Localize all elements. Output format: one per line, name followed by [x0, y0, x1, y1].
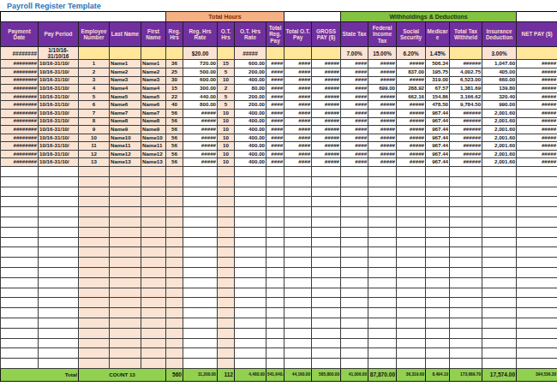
- total-value-cell[interactable]: 8,494.10: [426, 369, 450, 382]
- data-cell[interactable]: #####: [517, 101, 557, 110]
- empty-cell[interactable]: [284, 176, 312, 187]
- header-cell[interactable]: NET PAY ($): [517, 22, 557, 47]
- data-cell[interactable]: 967.44: [426, 109, 450, 117]
- data-cell[interactable]: 15: [166, 85, 183, 93]
- header-cell[interactable]: Insurance Deduction: [482, 22, 517, 47]
- empty-cell[interactable]: [235, 348, 267, 359]
- data-cell[interactable]: ####: [267, 68, 284, 76]
- data-cell[interactable]: 506.34: [426, 60, 450, 68]
- empty-cell[interactable]: [284, 247, 312, 258]
- empty-cell[interactable]: [183, 348, 218, 359]
- empty-cell[interactable]: [1, 258, 39, 268]
- empty-cell[interactable]: [312, 217, 341, 228]
- data-cell[interactable]: ########: [1, 134, 39, 142]
- data-cell[interactable]: 10/16-31/10/: [39, 92, 79, 101]
- data-cell[interactable]: Name11: [141, 142, 166, 151]
- data-cell[interactable]: Name11: [110, 142, 141, 151]
- data-cell[interactable]: 56: [166, 117, 183, 126]
- empty-cell[interactable]: [235, 338, 267, 348]
- empty-cell[interactable]: [482, 359, 517, 369]
- empty-cell[interactable]: [79, 237, 110, 247]
- empty-cell[interactable]: [141, 237, 166, 247]
- empty-cell[interactable]: [183, 359, 218, 369]
- empty-cell[interactable]: [450, 227, 482, 237]
- empty-cell[interactable]: [39, 328, 79, 338]
- empty-cell[interactable]: [368, 328, 397, 338]
- data-cell[interactable]: 2,001.60: [482, 117, 517, 126]
- empty-cell[interactable]: [235, 187, 267, 197]
- empty-cell[interactable]: [368, 167, 397, 177]
- data-cell[interactable]: 400.00: [235, 76, 267, 85]
- data-cell[interactable]: #####: [312, 126, 341, 134]
- empty-cell[interactable]: [267, 359, 284, 369]
- empty-cell[interactable]: [397, 167, 426, 177]
- empty-cell[interactable]: [517, 258, 557, 268]
- empty-cell[interactable]: [79, 247, 110, 258]
- data-cell[interactable]: 1,381.69: [450, 85, 482, 93]
- empty-cell[interactable]: [397, 247, 426, 258]
- empty-cell[interactable]: [312, 359, 341, 369]
- empty-cell[interactable]: [235, 298, 267, 308]
- empty-cell[interactable]: [267, 176, 284, 187]
- data-cell[interactable]: ######: [450, 60, 482, 68]
- empty-cell[interactable]: [141, 176, 166, 187]
- empty-cell[interactable]: [341, 237, 368, 247]
- empty-cell[interactable]: [517, 207, 557, 217]
- empty-cell[interactable]: [1, 237, 39, 247]
- empty-cell[interactable]: [397, 217, 426, 228]
- empty-cell[interactable]: [39, 258, 79, 268]
- empty-cell[interactable]: [482, 328, 517, 338]
- empty-cell[interactable]: [482, 197, 517, 207]
- data-cell[interactable]: ####: [341, 126, 368, 134]
- data-cell[interactable]: 200.00: [235, 92, 267, 101]
- empty-cell[interactable]: [397, 227, 426, 237]
- empty-cell[interactable]: [426, 348, 450, 359]
- empty-cell[interactable]: [166, 328, 183, 338]
- empty-cell[interactable]: [397, 258, 426, 268]
- data-cell[interactable]: #####: [517, 60, 557, 68]
- empty-cell[interactable]: [39, 227, 79, 237]
- data-cell[interactable]: 405.00: [482, 68, 517, 76]
- data-cell[interactable]: 5: [79, 92, 110, 101]
- empty-cell[interactable]: [141, 318, 166, 329]
- header-cell[interactable]: Employee Number: [79, 22, 110, 47]
- empty-cell[interactable]: [79, 268, 110, 278]
- empty-cell[interactable]: [1, 217, 39, 228]
- data-cell[interactable]: Name4: [141, 85, 166, 93]
- data-cell[interactable]: #####: [312, 109, 341, 117]
- data-cell[interactable]: ####: [284, 150, 312, 158]
- data-cell[interactable]: 8: [79, 117, 110, 126]
- data-cell[interactable]: 11: [79, 142, 110, 151]
- data-cell[interactable]: 2: [218, 85, 235, 93]
- empty-cell[interactable]: [482, 176, 517, 187]
- data-cell[interactable]: Name9: [141, 126, 166, 134]
- data-cell[interactable]: Name5: [141, 92, 166, 101]
- data-cell[interactable]: #####: [517, 158, 557, 167]
- empty-cell[interactable]: [517, 167, 557, 177]
- data-cell[interactable]: Name9: [110, 126, 141, 134]
- data-cell[interactable]: 56: [166, 150, 183, 158]
- empty-cell[interactable]: [368, 298, 397, 308]
- empty-cell[interactable]: [267, 308, 284, 318]
- data-cell[interactable]: ####: [267, 117, 284, 126]
- data-cell[interactable]: 6,523.00: [450, 76, 482, 85]
- empty-cell[interactable]: [312, 258, 341, 268]
- empty-cell[interactable]: [341, 167, 368, 177]
- data-cell[interactable]: 288.92: [397, 85, 426, 93]
- empty-cell[interactable]: [39, 348, 79, 359]
- empty-cell[interactable]: [183, 187, 218, 197]
- data-cell[interactable]: 10/16-31/10/: [39, 150, 79, 158]
- empty-cell[interactable]: [450, 308, 482, 318]
- data-cell[interactable]: 2,001.60: [482, 150, 517, 158]
- empty-cell[interactable]: [183, 227, 218, 237]
- empty-cell[interactable]: [1, 288, 39, 298]
- empty-cell[interactable]: [110, 187, 141, 197]
- empty-cell[interactable]: [267, 258, 284, 268]
- data-cell[interactable]: 2,001.60: [482, 109, 517, 117]
- data-cell[interactable]: 5: [218, 92, 235, 101]
- data-cell[interactable]: Name6: [110, 101, 141, 110]
- empty-cell[interactable]: [79, 359, 110, 369]
- data-cell[interactable]: 10: [218, 76, 235, 85]
- band-total-hours[interactable]: Total Hours: [166, 12, 284, 22]
- empty-cell[interactable]: [482, 288, 517, 298]
